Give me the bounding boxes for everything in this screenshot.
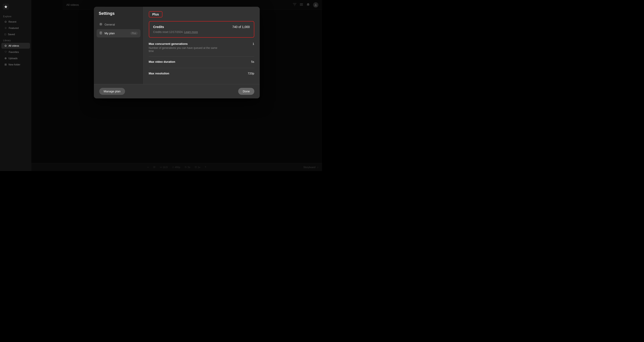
concurrent-desc: Number of generations you can have queue… [149,46,220,53]
plan-icon [99,32,102,35]
star-icon: ☆ [4,26,7,30]
sidebar-item-favorites[interactable]: ♡ Favorites [1,49,30,55]
saved-icon: □ [4,33,6,36]
sidebar-item-label: All videos [8,44,19,47]
learn-more-link[interactable]: Learn more [184,30,198,34]
plan-row-resolution: Max resolution 720p [149,68,254,80]
nav-left: My plan [99,32,115,35]
videos-icon: ⊙ [4,44,7,47]
plan-badge: Plus [130,32,138,35]
credits-value: 740 of 1,000 [232,25,250,29]
credits-sub: Credits reset 12/17/2024. Learn more [153,30,250,34]
done-button[interactable]: Done [238,88,254,95]
sidebar-item-label: Favorites [9,51,19,53]
sidebar-item-label: Saved [8,33,15,36]
sidebar-item-all-videos[interactable]: ⊙ All videos [1,43,30,49]
library-section-label: Library [0,38,31,42]
credits-label: Credits [153,25,164,29]
plan-row-header: Max concurrent generations 1 [149,42,254,46]
settings-content: Plus Credits 740 of 1,000 Credits reset … [143,7,260,84]
sidebar-item-label: New folder [8,63,20,66]
sidebar-item-saved[interactable]: □ Saved [1,32,30,37]
explore-section-label: Explore [0,14,31,18]
recent-icon: ⊙ [4,20,7,23]
sidebar: Explore ⊙ Recent ☆ Featured □ Saved Libr… [0,0,31,171]
gear-icon [99,23,102,26]
main-content: All videos [31,0,322,171]
plus-tab[interactable]: Plus [149,11,163,18]
modal-overlay[interactable]: Settings General [31,0,322,171]
concurrent-value: 1 [252,42,254,46]
sidebar-item-uploads[interactable]: ⊕ Uploads [1,55,30,61]
settings-nav-my-plan[interactable]: My plan Plus [96,29,140,38]
nav-left: General [99,23,115,26]
sidebar-item-label: Recent [8,20,16,23]
nav-general-label: General [105,23,115,26]
heart-icon: ♡ [4,50,7,54]
resolution-label: Max resolution [149,72,170,75]
app-logo[interactable] [3,4,9,10]
plan-row-header: Max video duration 5s [149,60,254,64]
upload-icon: ⊕ [4,57,7,60]
settings-title: Settings [96,11,140,20]
folder-icon: ⊞ [4,63,7,66]
credits-row: Credits 740 of 1,000 [153,25,250,29]
sidebar-item-label: Featured [9,27,18,29]
settings-sidebar: Settings General [94,7,143,84]
sidebar-item-featured[interactable]: ☆ Featured [1,25,30,31]
sidebar-item-recent[interactable]: ⊙ Recent [1,19,30,25]
sidebar-item-new-folder[interactable]: ⊞ New folder [1,62,30,68]
settings-footer: Manage plan Done [94,84,260,98]
duration-value: 5s [251,60,254,64]
sidebar-item-label: Uploads [8,57,18,60]
credits-reset-text: Credits reset 12/17/2024. [153,30,184,34]
plan-row-concurrent: Max concurrent generations 1 Number of g… [149,38,254,56]
credits-card: Credits 740 of 1,000 Credits reset 12/17… [149,21,254,38]
settings-modal: Settings General [94,7,260,98]
nav-my-plan-label: My plan [105,32,115,35]
duration-label: Max video duration [149,60,175,64]
settings-nav-general[interactable]: General [96,20,140,29]
svg-point-4 [100,24,101,25]
resolution-value: 720p [248,72,254,75]
concurrent-label: Max concurrent generations [149,42,188,46]
plan-row-header: Max resolution 720p [149,72,254,75]
plan-row-duration: Max video duration 5s [149,56,254,68]
manage-plan-button[interactable]: Manage plan [99,88,125,95]
